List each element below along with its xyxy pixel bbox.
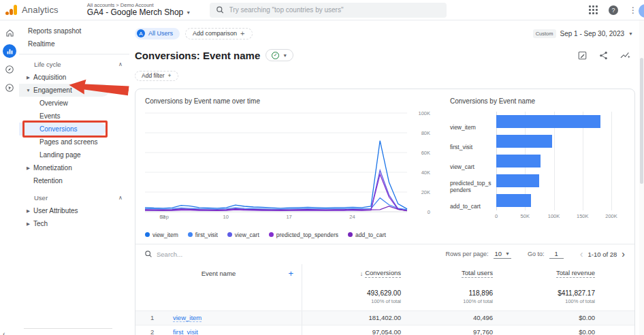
y-tick-label: 40K xyxy=(421,169,430,175)
share-icon[interactable] xyxy=(599,51,608,60)
column-header-event-name[interactable]: Event name + xyxy=(135,264,302,283)
table-search-input[interactable] xyxy=(157,251,279,258)
rows-per-page-select[interactable]: 10 ▼ xyxy=(494,250,512,259)
y-tick-label: 60K xyxy=(421,149,430,155)
table-totals-row: 493,629.00 100% of total 118,896 100% of… xyxy=(135,283,634,310)
column-header-total-users[interactable]: Total users xyxy=(401,264,493,283)
sidebar-item-tech[interactable]: ▶Tech xyxy=(19,217,129,230)
goto-page-input[interactable]: 1 xyxy=(549,250,564,259)
users-value: 97,760 xyxy=(401,328,493,335)
sidebar-item-reports-snapshot[interactable]: Reports snapshot xyxy=(19,25,129,37)
more-options-icon[interactable]: ⋮ xyxy=(629,6,637,14)
add-comparison-button[interactable]: Add comparison + xyxy=(185,28,252,39)
add-filter-label: Add filter xyxy=(142,72,165,79)
legend-item-predicted-top-spenders: predicted_top_spenders xyxy=(269,232,338,238)
line-chart-legend: view_itemfirst_visitview_cartpredicted_t… xyxy=(145,232,434,238)
conversion-check-dropdown[interactable]: ✓ ▼ xyxy=(265,49,293,61)
nav-divider xyxy=(19,54,129,54)
legend-dot-icon xyxy=(188,232,193,237)
sidebar-item-realtime[interactable]: Realtime xyxy=(19,37,129,50)
pagination-range: 1-10 of 28 xyxy=(588,251,617,258)
product-name: Analytics xyxy=(22,5,59,15)
sidebar-item-engagement[interactable]: ▼Engagement xyxy=(19,84,109,97)
analytics-logo-icon[interactable] xyxy=(5,5,17,15)
bar-view-cart[interactable] xyxy=(496,155,541,168)
reports-nav-drawer: Reports snapshotRealtimeLife cycle∧▶Acqu… xyxy=(19,20,129,335)
conversions-header-label: Conversions xyxy=(365,269,401,278)
sidebar-item-retention[interactable]: Retention xyxy=(19,174,129,187)
column-header-total-revenue[interactable]: Total revenue xyxy=(493,264,595,283)
nav-section-life-cycle[interactable]: Life cycle∧ xyxy=(19,58,129,71)
column-header-conversions[interactable]: ↓ Conversions xyxy=(302,264,401,283)
chevron-collapsed-icon: ▶ xyxy=(25,208,31,214)
event-name-cell: first_visit xyxy=(173,325,302,335)
advertising-icon[interactable] xyxy=(3,81,16,95)
sidebar-item-conversions[interactable]: Conversions xyxy=(19,123,106,135)
all-users-segment-chip[interactable]: A All Users xyxy=(135,28,180,39)
global-search-input[interactable] xyxy=(229,6,440,14)
legend-label: first_visit xyxy=(195,232,218,238)
sidebar-item-landing-page[interactable]: Landing page xyxy=(19,148,129,161)
bar-row-first-visit xyxy=(496,131,611,151)
sidebar-item-label: Pages and screens xyxy=(19,138,98,146)
next-page-icon[interactable]: › xyxy=(622,249,625,259)
bar-view-item[interactable] xyxy=(496,115,600,128)
chevron-collapsed-icon: ▶ xyxy=(25,165,31,171)
bar-chart-x-axis: 050K100K150K200K xyxy=(496,213,611,223)
insights-icon[interactable] xyxy=(620,51,630,60)
line-chart-plot: 020K40K60K80K100K xyxy=(145,113,407,212)
bar-category-label: view_item xyxy=(450,125,494,131)
nav-section-user[interactable]: User∧ xyxy=(19,191,129,204)
bar-chart-plot: view_itemfirst_visitview_cartpredicted_t… xyxy=(496,112,611,210)
sidebar-item-pages-and-screens[interactable]: Pages and screens xyxy=(19,135,129,148)
event-link-view-item[interactable]: view_item xyxy=(173,314,202,322)
left-icon-rail: ‹ xyxy=(0,20,19,335)
nav-section-label: Life cycle xyxy=(34,61,61,68)
collapse-nav-icon[interactable]: ‹ xyxy=(3,330,5,335)
customize-report-icon[interactable] xyxy=(578,51,587,60)
sidebar-item-monetization[interactable]: ▶Monetization xyxy=(19,161,129,174)
explore-icon[interactable] xyxy=(3,63,16,76)
bar-add-to-cart[interactable] xyxy=(496,194,531,207)
sidebar-item-label: Conversions xyxy=(19,125,78,133)
chevron-down-icon: ▼ xyxy=(186,10,191,16)
chevron-expanded-icon: ▼ xyxy=(25,88,31,93)
previous-page-icon[interactable]: ‹ xyxy=(580,249,583,259)
bar-first-visit[interactable] xyxy=(496,135,552,148)
account-property-switcher[interactable]: All accounts > Demo Account GA4 - Google… xyxy=(87,3,191,17)
users-value: 40,496 xyxy=(401,314,493,321)
sidebar-item-label: Retention xyxy=(19,177,63,185)
add-filter-button[interactable]: Add filter + xyxy=(135,71,178,81)
totals-users: 118,896 100% of total xyxy=(401,283,493,310)
revenue-value: $0.00 xyxy=(493,314,595,321)
apps-grid-icon[interactable] xyxy=(589,5,598,14)
conversions-value: 181,402.00 xyxy=(302,314,401,321)
rows-per-page-value: 10 xyxy=(495,250,502,257)
help-icon[interactable]: ? xyxy=(609,5,618,15)
legend-label: predicted_top_spenders xyxy=(276,232,338,238)
totals-revenue: $411,827.17 100% of total xyxy=(493,283,595,310)
segment-a-icon: A xyxy=(137,29,145,37)
avatar[interactable] xyxy=(639,4,644,18)
global-search[interactable] xyxy=(210,3,447,18)
event-link-first-visit[interactable]: first_visit xyxy=(173,328,198,335)
bar-x-tick-label: 100K xyxy=(548,213,560,219)
event-name-header-label: Event name xyxy=(202,270,236,277)
vertical-scrollbar[interactable] xyxy=(639,20,644,335)
search-icon xyxy=(145,251,152,257)
chevron-collapsed-icon: ▶ xyxy=(25,75,31,80)
bar-chart-section: Conversions by Event name view_itemfirst… xyxy=(434,97,625,238)
sidebar-item-acquisition[interactable]: ▶Acquisition xyxy=(19,71,129,84)
table-search[interactable] xyxy=(145,251,445,258)
home-icon[interactable] xyxy=(3,26,16,39)
sidebar-item-overview[interactable]: Overview xyxy=(19,97,129,110)
sidebar-item-user-attributes[interactable]: ▶User Attributes xyxy=(19,204,129,217)
reports-icon[interactable] xyxy=(3,44,16,58)
date-range-picker[interactable]: Custom Sep 1 - Sep 30, 2023 ▼ xyxy=(533,29,633,38)
bar-category-label: add_to_cart xyxy=(450,204,494,210)
sidebar-item-events[interactable]: Events xyxy=(19,110,129,123)
bar-predicted-top-spenders[interactable] xyxy=(496,174,539,187)
scrollbar-thumb[interactable] xyxy=(640,58,643,184)
add-dimension-icon[interactable]: + xyxy=(288,268,293,278)
chevron-down-icon: ▼ xyxy=(283,53,287,58)
